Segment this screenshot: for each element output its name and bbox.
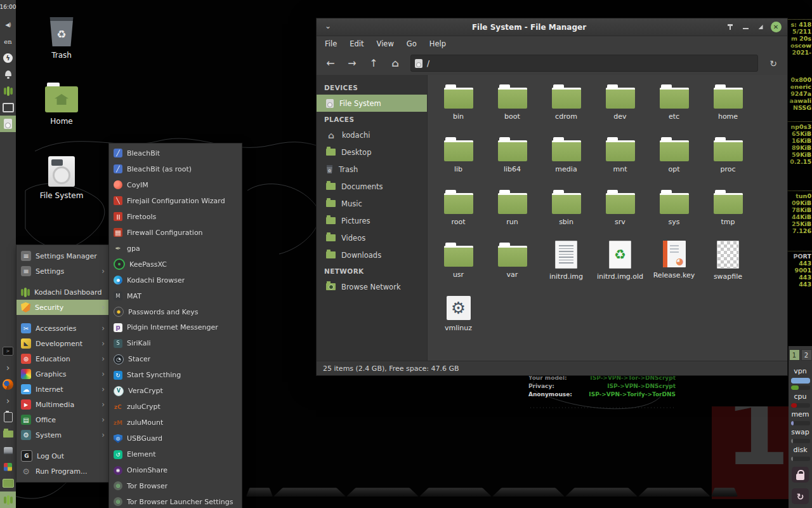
menu-item-usbguard[interactable]: USBGuard bbox=[109, 431, 242, 446]
close-button[interactable] bbox=[768, 20, 783, 34]
menu-item-firejail-configuration-wizard[interactable]: Firejail Configuration Wizard bbox=[109, 193, 242, 209]
menu-item-kodachi-browser[interactable]: Kodachi Browser bbox=[109, 272, 242, 288]
menu-item-stacer[interactable]: Stacer bbox=[109, 351, 242, 367]
file-etc[interactable]: etc bbox=[647, 80, 701, 133]
forward-button[interactable] bbox=[346, 57, 358, 70]
file-dev[interactable]: dev bbox=[593, 80, 647, 133]
file-root[interactable]: root bbox=[431, 185, 485, 238]
up-button[interactable] bbox=[367, 57, 380, 70]
menubar-edit[interactable]: Edit bbox=[350, 39, 363, 48]
menu-item-zulucrypt[interactable]: zuluCrypt bbox=[109, 399, 242, 415]
menu-item-run-program[interactable]: Run Program... bbox=[16, 464, 109, 479]
magenta-circle-app-icon[interactable] bbox=[456, 465, 471, 480]
kodachi-dashboard-dock-icon[interactable] bbox=[252, 481, 267, 497]
menu-item-gpa[interactable]: gpa bbox=[109, 241, 242, 257]
file-var[interactable]: var bbox=[485, 238, 539, 291]
menu-item-veracrypt[interactable]: VeraCrypt bbox=[109, 383, 242, 399]
file-bin[interactable]: bin bbox=[431, 80, 485, 133]
sidebar-item-file-system[interactable]: File System bbox=[317, 95, 427, 112]
menu-item-kodachi-dashboard[interactable]: Kodachi Dashboard bbox=[16, 284, 109, 300]
sidebar-item-kodachi[interactable]: kodachi bbox=[317, 126, 427, 144]
file-opt[interactable]: opt bbox=[647, 133, 701, 185]
firefox-launcher[interactable] bbox=[0, 376, 16, 392]
atom-blue-app-icon[interactable] bbox=[513, 465, 528, 480]
desktop-icon-trash[interactable]: Trash bbox=[35, 17, 88, 60]
globe-locked-1-icon[interactable] bbox=[440, 465, 455, 480]
file-boot[interactable]: boot bbox=[485, 80, 539, 133]
sync-app-icon[interactable] bbox=[602, 481, 617, 497]
terminal-launcher[interactable] bbox=[0, 343, 16, 359]
filezilla-icon[interactable] bbox=[513, 481, 528, 497]
globe-locked-2-icon[interactable] bbox=[440, 481, 455, 497]
safe-vault-tool-icon[interactable] bbox=[675, 481, 690, 497]
menu-item-firewall-configuration[interactable]: Firewall Configuration bbox=[109, 225, 242, 241]
sidebar-item-documents[interactable]: Documents bbox=[317, 178, 427, 195]
power-manager[interactable] bbox=[0, 50, 16, 66]
menu-item-accessories[interactable]: Accessories› bbox=[16, 321, 109, 336]
menu-item-office[interactable]: Office› bbox=[16, 412, 109, 427]
menu-item-onionshare[interactable]: OnionShare bbox=[109, 462, 242, 478]
monero-icon[interactable] bbox=[529, 465, 544, 480]
sidebar-item-downloads[interactable]: Downloads bbox=[317, 246, 427, 264]
back-button[interactable] bbox=[324, 57, 337, 70]
globe-locked-3-icon[interactable] bbox=[456, 481, 471, 497]
sidebar-item-videos[interactable]: Videos bbox=[317, 229, 427, 246]
sidebar-item-desktop[interactable]: Desktop bbox=[317, 144, 427, 161]
menu-item-multimedia[interactable]: Multimedia› bbox=[16, 397, 109, 412]
clipboard-manager[interactable] bbox=[0, 409, 16, 425]
goggles-app-icon[interactable] bbox=[383, 481, 398, 497]
network-meter-icon[interactable] bbox=[602, 465, 617, 480]
tor-browser-dark-icon[interactable] bbox=[294, 465, 309, 480]
titlebar[interactable]: File System - File Manager bbox=[317, 18, 787, 36]
keyboard-layout[interactable]: en bbox=[0, 33, 16, 50]
menu-item-coyim[interactable]: CoyIM bbox=[109, 177, 242, 193]
usb-tool-icon[interactable] bbox=[658, 465, 674, 480]
menu-item-log-out[interactable]: Log Out bbox=[16, 448, 109, 464]
file-cdrom[interactable]: cdrom bbox=[539, 80, 593, 133]
workspace-grid[interactable] bbox=[0, 458, 16, 475]
desktop-button[interactable] bbox=[0, 475, 16, 491]
green-sync-app-icon[interactable] bbox=[383, 465, 398, 480]
menu-item-bleachbit[interactable]: BleachBit bbox=[109, 145, 242, 161]
file-lib[interactable]: lib bbox=[431, 133, 485, 185]
menubar-go[interactable]: Go bbox=[407, 39, 417, 48]
file-media[interactable]: media bbox=[539, 133, 593, 185]
kodachi-indicator[interactable] bbox=[0, 83, 16, 99]
menu-item-start-syncthing[interactable]: Start Syncthing bbox=[109, 367, 242, 383]
file-usr[interactable]: usr bbox=[431, 238, 485, 291]
menu-item-passwords-and-keys[interactable]: Passwords and Keys bbox=[109, 304, 242, 320]
menubar-file[interactable]: File bbox=[325, 39, 337, 48]
shade-button[interactable] bbox=[320, 20, 336, 34]
window-buttons[interactable] bbox=[0, 99, 16, 116]
menu-item-firetools[interactable]: Firetools bbox=[109, 209, 242, 225]
reload-button[interactable] bbox=[767, 57, 780, 70]
menu-item-pidgin-internet-messenger[interactable]: Pidgin Internet Messenger bbox=[109, 319, 242, 335]
workspace-1[interactable]: 1 bbox=[789, 349, 800, 361]
owl-app-icon[interactable] bbox=[367, 481, 382, 497]
menu-item-tor-browser[interactable]: Tor Browser bbox=[109, 478, 242, 494]
sidebar-item-music[interactable]: Music bbox=[317, 195, 427, 212]
file-run[interactable]: run bbox=[485, 185, 539, 238]
display-settings-dock-icon[interactable] bbox=[717, 481, 732, 497]
desktop-icon-home[interactable]: Home bbox=[35, 86, 88, 126]
notifications[interactable] bbox=[0, 66, 16, 83]
menu-item-security[interactable]: Security› bbox=[16, 300, 109, 315]
file-swapfile[interactable]: swapfile bbox=[701, 238, 755, 291]
file-vmlinuz[interactable]: vmlinuz bbox=[431, 291, 485, 344]
menu-item-bleachbit-as-root[interactable]: BleachBit (as root) bbox=[109, 161, 242, 177]
file-sbin[interactable]: sbin bbox=[539, 185, 593, 238]
pin-button[interactable] bbox=[723, 20, 738, 34]
expander-2[interactable] bbox=[0, 392, 16, 409]
menu-item-keepassxc[interactable]: KeePassXC bbox=[109, 257, 242, 272]
nuclear-orange-tool-icon[interactable] bbox=[658, 481, 674, 497]
nuclear-green-tool-icon[interactable] bbox=[675, 465, 690, 480]
firefox-icon[interactable] bbox=[294, 481, 309, 497]
file-lib64[interactable]: lib64 bbox=[485, 133, 539, 185]
menu-item-tor-browser-launcher-settings[interactable]: Tor Browser Launcher Settings bbox=[109, 494, 242, 508]
menubar-help[interactable]: Help bbox=[429, 39, 446, 48]
laptop-indicator[interactable] bbox=[0, 442, 16, 458]
menu-item-settings-manager[interactable]: Settings Manager bbox=[16, 248, 109, 264]
server-app-icon[interactable] bbox=[529, 481, 544, 497]
s-terminal-icon[interactable] bbox=[367, 465, 382, 480]
sidebar-item-trash[interactable]: Trash bbox=[317, 161, 427, 178]
